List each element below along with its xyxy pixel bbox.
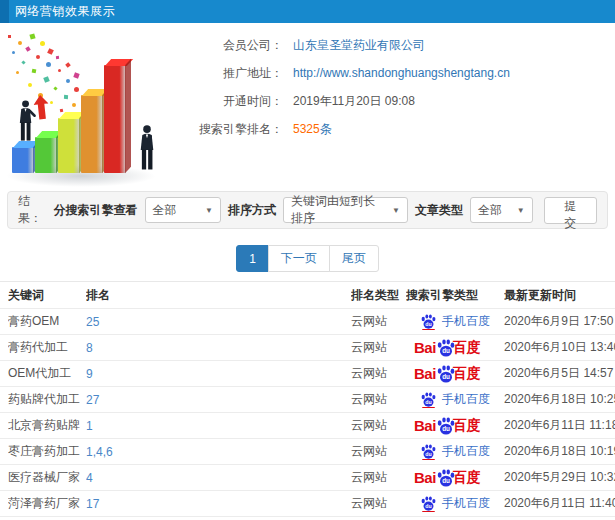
keyword-cell: 枣庄膏药加工	[8, 443, 86, 460]
paw-underline	[422, 329, 435, 330]
table-row: 菏泽膏药厂家17云网站du手机百度2020年6月11日 11:40	[0, 491, 615, 517]
keyword-cell: 膏药OEM	[8, 313, 86, 330]
updated-cell: 2020年5月29日 10:32	[504, 469, 615, 486]
info-row-url: 推广地址： http://www.shandonghuangshengtang.…	[178, 64, 510, 82]
table-row: 枣庄膏药加工1,4,6云网站du手机百度2020年6月18日 10:19	[0, 439, 615, 465]
businessman-right-icon	[136, 124, 158, 175]
info-row-opened: 开通时间： 2019年11月20日 09:08	[178, 92, 510, 110]
confetti-dot	[16, 71, 19, 74]
col-rank: 排名	[86, 287, 351, 304]
rank-link[interactable]: 8	[86, 341, 351, 355]
keyword-cell: 北京膏药贴牌	[8, 417, 86, 434]
page-title: 网络营销效果展示	[15, 3, 115, 20]
marketing-report-page: 网络营销效果展示	[0, 0, 615, 520]
rank-link[interactable]: 17	[86, 497, 351, 511]
confetti-dot	[25, 46, 31, 52]
table-row: 医疗器械厂家4云网站Baidu百度2020年5月29日 10:32	[0, 465, 615, 491]
illustration-bar	[35, 137, 57, 173]
keyword-cell: OEM代加工	[8, 365, 86, 382]
rank-count-value[interactable]: 5325条	[293, 121, 332, 138]
keyword-cell: 药贴牌代加工	[8, 391, 86, 408]
rank-type-cell: 云网站	[351, 339, 406, 356]
engine-cell: du手机百度	[406, 443, 504, 460]
illustration-bar	[58, 118, 80, 173]
baidu-paw-icon: du	[436, 469, 456, 487]
keyword-cell: 膏药代加工	[8, 339, 86, 356]
engine-cell: Baidu百度	[406, 365, 504, 383]
filter-bar: 结果： 分搜索引擎查看 全部 ▼ 排序方式 关键词由短到长排序 ▼ 文章类型 全…	[7, 191, 608, 229]
page-last[interactable]: 尾页	[329, 245, 379, 272]
baidu-paw-icon: du	[420, 444, 437, 459]
confetti-dot	[74, 87, 79, 92]
company-info: 会员公司： 山东皇圣堂药业有限公司 推广地址： http://www.shand…	[178, 36, 510, 138]
engine-select[interactable]: 全部 ▼	[145, 197, 221, 223]
chevron-down-icon: ▼	[205, 206, 213, 215]
rank-link[interactable]: 27	[86, 393, 351, 407]
confetti-dot	[36, 55, 40, 59]
promo-url-label: 推广地址：	[178, 65, 283, 82]
page-next[interactable]: 下一页	[268, 245, 330, 272]
rank-link[interactable]: 4	[86, 471, 351, 485]
ranking-table: 关键词 排名 排名类型 搜索引擎类型 最新更新时间 膏药OEM25云网站du手机…	[0, 281, 615, 517]
rank-type-cell: 云网站	[351, 495, 406, 512]
col-rank-type: 排名类型	[351, 287, 406, 304]
keyword-cell: 医疗器械厂家	[8, 469, 86, 486]
page-current[interactable]: 1	[236, 245, 269, 272]
engine-cell: du手机百度	[406, 313, 504, 330]
col-engine-type: 搜索引擎类型	[406, 287, 504, 304]
baidu-paw-icon: du	[420, 314, 437, 329]
info-row-company: 会员公司： 山东皇圣堂药业有限公司	[178, 36, 510, 54]
keyword-cell: 菏泽膏药厂家	[8, 495, 86, 512]
confetti-dot	[58, 69, 61, 72]
updated-cell: 2020年6月11日 11:40	[504, 495, 615, 512]
baidu-paw-icon: du	[420, 496, 437, 511]
rank-type-cell: 云网站	[351, 391, 406, 408]
sort-select-value: 关键词由短到长排序	[291, 193, 384, 227]
rank-link[interactable]: 9	[86, 367, 351, 381]
confetti-dot	[50, 101, 53, 104]
info-row-rank-count: 搜索引擎排名： 5325条	[178, 120, 510, 138]
baidu-pc-logo: Baidu百度	[414, 365, 481, 383]
mobile-baidu-logo: du手机百度	[420, 391, 490, 408]
table-header-row: 关键词 排名 排名类型 搜索引擎类型 最新更新时间	[0, 282, 615, 309]
illustration-bar	[12, 147, 34, 173]
svg-text:du: du	[442, 347, 450, 354]
confetti-dot	[66, 79, 70, 83]
sort-select[interactable]: 关键词由短到长排序 ▼	[283, 197, 408, 223]
engine-cell: du手机百度	[406, 495, 504, 512]
rank-link[interactable]: 1,4,6	[86, 445, 351, 459]
baidu-paw-icon: du	[420, 392, 437, 407]
confetti-dot	[18, 41, 22, 45]
table-body: 膏药OEM25云网站du手机百度2020年6月9日 17:50膏药代加工8云网站…	[0, 309, 615, 517]
table-row: 药贴牌代加工27云网站du手机百度2020年6月18日 10:25	[0, 387, 615, 413]
illustration-bar	[81, 95, 103, 173]
rank-link[interactable]: 25	[86, 315, 351, 329]
confetti-dot	[72, 103, 76, 107]
businessman-left-icon	[16, 100, 37, 145]
confetti-dot	[56, 56, 59, 59]
article-type-select[interactable]: 全部 ▼	[470, 197, 533, 223]
illustration-bar	[104, 65, 126, 173]
baidu-pc-logo: Baidu百度	[414, 469, 481, 487]
confetti-dot	[53, 86, 57, 90]
pagination: 1 下一页 尾页	[0, 245, 615, 272]
col-keyword: 关键词	[8, 287, 86, 304]
sort-label: 排序方式	[228, 202, 276, 219]
svg-text:du: du	[425, 321, 431, 327]
confetti-dot	[64, 95, 68, 99]
confetti-dot	[46, 62, 51, 67]
updated-cell: 2020年6月9日 17:50	[504, 313, 615, 330]
company-name-link[interactable]: 山东皇圣堂药业有限公司	[293, 37, 425, 54]
rank-link[interactable]: 1	[86, 419, 351, 433]
table-row: 北京膏药贴牌1云网站Baidu百度2020年6月11日 11:18	[0, 413, 615, 439]
updated-cell: 2020年6月5日 14:57	[504, 365, 615, 382]
confetti-dot	[32, 69, 37, 74]
confetti-dot	[8, 35, 11, 38]
filter-controls: 分搜索引擎查看 全部 ▼ 排序方式 关键词由短到长排序 ▼ 文章类型 全部 ▼ …	[54, 197, 597, 224]
rank-type-cell: 云网站	[351, 417, 406, 434]
baidu-pc-logo: Baidu百度	[414, 339, 481, 357]
submit-button[interactable]: 提交	[544, 197, 597, 224]
rank-type-cell: 云网站	[351, 313, 406, 330]
rank-type-cell: 云网站	[351, 443, 406, 460]
promo-url-link[interactable]: http://www.shandonghuangshengtang.cn	[293, 66, 510, 80]
